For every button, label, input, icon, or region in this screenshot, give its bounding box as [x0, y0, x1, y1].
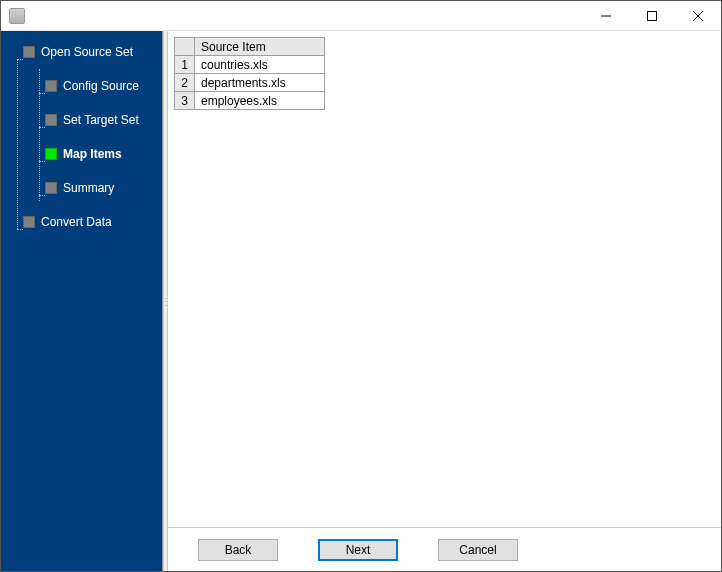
step-map-items[interactable]: Map Items [45, 143, 162, 165]
close-button[interactable] [675, 1, 721, 30]
step-open-source-set[interactable]: Open Source Set [23, 41, 162, 63]
step-box-icon [45, 182, 57, 194]
source-item-cell[interactable]: countries.xls [195, 56, 325, 74]
step-box-icon [23, 46, 35, 58]
step-box-icon [45, 148, 57, 160]
source-item-cell[interactable]: departments.xls [195, 74, 325, 92]
step-summary[interactable]: Summary [45, 177, 162, 199]
step-label: Convert Data [41, 215, 112, 229]
table-row[interactable]: 2 departments.xls [175, 74, 325, 92]
content-area: Open Source Set Config Source Set Target… [1, 31, 721, 571]
maximize-button[interactable] [629, 1, 675, 30]
step-label: Set Target Set [63, 113, 139, 127]
app-icon [9, 8, 25, 24]
titlebar [1, 1, 721, 31]
row-number: 2 [175, 74, 195, 92]
step-set-target-set[interactable]: Set Target Set [45, 109, 162, 131]
step-box-icon [23, 216, 35, 228]
step-config-source[interactable]: Config Source [45, 75, 162, 97]
table-row[interactable]: 3 employees.xls [175, 92, 325, 110]
row-number: 3 [175, 92, 195, 110]
row-number: 1 [175, 56, 195, 74]
button-bar: Back Next Cancel [168, 527, 721, 571]
step-label: Map Items [63, 147, 122, 161]
back-button[interactable]: Back [198, 539, 278, 561]
step-label: Open Source Set [41, 45, 133, 59]
next-button[interactable]: Next [318, 539, 398, 561]
svg-rect-1 [648, 11, 657, 20]
wizard-steps-sidebar: Open Source Set Config Source Set Target… [1, 31, 163, 571]
window-controls [583, 1, 721, 30]
grid-header-source-item[interactable]: Source Item [195, 38, 325, 56]
wizard-window: Open Source Set Config Source Set Target… [0, 0, 722, 572]
main-panel: Source Item 1 countries.xls 2 department… [168, 31, 721, 571]
table-row[interactable]: 1 countries.xls [175, 56, 325, 74]
cancel-button[interactable]: Cancel [438, 539, 518, 561]
minimize-button[interactable] [583, 1, 629, 30]
step-convert-data[interactable]: Convert Data [23, 211, 162, 233]
step-label: Config Source [63, 79, 139, 93]
step-box-icon [45, 80, 57, 92]
source-item-grid[interactable]: Source Item 1 countries.xls 2 department… [174, 37, 325, 110]
step-box-icon [45, 114, 57, 126]
grid-corner [175, 38, 195, 56]
source-item-cell[interactable]: employees.xls [195, 92, 325, 110]
step-label: Summary [63, 181, 114, 195]
